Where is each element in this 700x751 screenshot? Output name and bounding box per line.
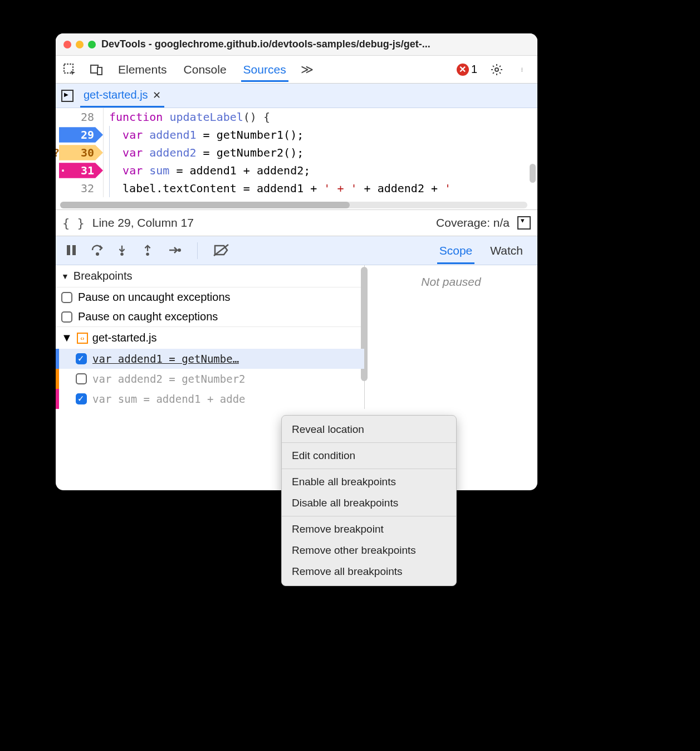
error-count: 1 xyxy=(471,63,477,76)
main-tabs: Elements Console Sources ≫ ✕ 1 xyxy=(56,56,537,84)
window-controls xyxy=(63,41,96,48)
breakpoint-text: var sum = addend1 + adde xyxy=(92,393,246,405)
breakpoint-checkbox[interactable] xyxy=(76,353,87,364)
toolbar-divider xyxy=(197,242,198,259)
pause-icon[interactable] xyxy=(65,243,79,258)
svg-rect-2 xyxy=(97,67,102,75)
svg-point-10 xyxy=(120,252,124,256)
section-title: Breakpoints xyxy=(74,270,133,282)
editor-status-bar: { } Line 29, Column 17 Coverage: n/a xyxy=(56,209,537,236)
menu-separator xyxy=(282,469,456,469)
error-badge[interactable]: ✕ 1 xyxy=(457,63,477,76)
menu-separator xyxy=(282,516,456,516)
menu-remove-all[interactable]: Remove all breakpoints xyxy=(282,561,456,582)
kebab-menu-icon[interactable] xyxy=(516,62,531,77)
tab-elements[interactable]: Elements xyxy=(116,57,169,82)
error-icon: ✕ xyxy=(457,64,469,76)
window-title: DevTools - googlechrome.github.io/devtoo… xyxy=(101,38,530,50)
file-tab-label: get-started.js xyxy=(84,89,148,101)
coverage-status: Coverage: n/a xyxy=(436,216,510,230)
menu-enable-all[interactable]: Enable all breakpoints xyxy=(282,471,456,492)
breakpoint-text: var addend2 = getNumber2 xyxy=(92,373,246,385)
collapse-arrow-icon: ▼ xyxy=(61,331,72,344)
pretty-print-icon[interactable]: { } xyxy=(62,216,85,230)
titlebar: DevTools - googlechrome.github.io/devtoo… xyxy=(56,33,537,56)
debugger-toolbar: Scope Watch xyxy=(56,236,537,265)
scrollbar-thumb[interactable] xyxy=(60,202,350,208)
logpoint-marker-line-31[interactable]: ··31 xyxy=(56,162,103,179)
svg-point-3 xyxy=(495,68,498,71)
pause-caught-row[interactable]: Pause on caught exceptions xyxy=(56,307,364,326)
line-number[interactable]: 32 xyxy=(56,179,103,197)
inspect-element-icon[interactable] xyxy=(62,62,77,77)
file-tabs-bar: get-started.js ✕ xyxy=(56,84,537,108)
scope-pane: Not paused xyxy=(365,265,537,409)
breakpoint-checkbox[interactable] xyxy=(76,393,87,404)
breakpoint-marker-line-29[interactable]: 29 xyxy=(56,126,103,144)
breakpoint-file-group[interactable]: ▼ ‹› get-started.js xyxy=(56,326,364,349)
checkbox-uncaught[interactable] xyxy=(61,292,72,303)
svg-point-6 xyxy=(522,71,522,71)
breakpoints-pane: ▼ Breakpoints Pause on uncaught exceptio… xyxy=(56,265,365,409)
tab-console[interactable]: Console xyxy=(182,57,229,82)
more-tabs-icon[interactable]: ≫ xyxy=(301,62,314,77)
breakpoint-item[interactable]: var addend2 = getNumber2 xyxy=(56,369,364,389)
svg-point-5 xyxy=(522,69,522,70)
menu-remove-other[interactable]: Remove other breakpoints xyxy=(282,540,456,561)
menu-separator xyxy=(282,442,456,443)
close-tab-icon[interactable]: ✕ xyxy=(153,89,161,101)
code-editor[interactable]: 28 function updateLabel() { 29 var adden… xyxy=(56,108,537,209)
bottom-panels: ▼ Breakpoints Pause on uncaught exceptio… xyxy=(56,265,537,409)
breakpoint-item[interactable]: var sum = addend1 + adde xyxy=(56,389,364,409)
collapse-arrow-icon: ▼ xyxy=(61,272,69,281)
svg-point-11 xyxy=(146,252,149,256)
step-into-icon[interactable] xyxy=(116,243,130,258)
close-window-icon[interactable] xyxy=(63,41,71,48)
svg-point-9 xyxy=(96,252,99,256)
menu-remove-breakpoint[interactable]: Remove breakpoint xyxy=(282,519,456,540)
breakpoint-checkbox[interactable] xyxy=(76,373,87,384)
navigator-toggle-icon[interactable] xyxy=(61,90,74,102)
svg-rect-7 xyxy=(67,245,70,255)
step-over-icon[interactable] xyxy=(90,243,105,258)
settings-icon[interactable] xyxy=(489,62,504,77)
deactivate-breakpoints-icon[interactable] xyxy=(213,243,228,258)
menu-edit-condition[interactable]: Edit condition xyxy=(282,445,456,466)
breakpoint-text: var addend1 = getNumbe… xyxy=(92,353,239,365)
line-number[interactable]: 28 xyxy=(56,108,103,126)
pause-uncaught-row[interactable]: Pause on uncaught exceptions xyxy=(56,287,364,307)
collapse-panel-icon[interactable] xyxy=(517,216,531,230)
checkbox-caught[interactable] xyxy=(61,311,72,323)
menu-reveal-location[interactable]: Reveal location xyxy=(282,419,456,440)
not-paused-label: Not paused xyxy=(365,265,537,299)
file-tab[interactable]: get-started.js ✕ xyxy=(80,84,164,108)
svg-point-12 xyxy=(178,248,181,252)
breakpoints-section-header[interactable]: ▼ Breakpoints xyxy=(56,265,364,287)
tab-watch[interactable]: Watch xyxy=(488,237,525,264)
menu-disable-all[interactable]: Disable all breakpoints xyxy=(282,492,456,514)
minimize-window-icon[interactable] xyxy=(76,41,84,48)
context-menu: Reveal location Edit condition Enable al… xyxy=(281,415,457,586)
step-out-icon[interactable] xyxy=(141,243,156,258)
conditional-breakpoint-marker-line-30[interactable]: ?30 xyxy=(56,144,103,162)
vertical-scrollbar-thumb[interactable] xyxy=(530,164,536,183)
tab-sources[interactable]: Sources xyxy=(241,57,288,82)
maximize-window-icon[interactable] xyxy=(88,41,96,48)
device-toggle-icon[interactable] xyxy=(89,62,104,77)
breakpoint-item[interactable]: var addend1 = getNumbe… xyxy=(56,349,364,369)
tab-scope[interactable]: Scope xyxy=(437,237,475,264)
cursor-position: Line 29, Column 17 xyxy=(92,216,428,230)
svg-point-4 xyxy=(522,67,522,68)
checkbox-label: Pause on caught exceptions xyxy=(78,310,218,323)
js-file-icon: ‹› xyxy=(77,333,88,344)
checkbox-label: Pause on uncaught exceptions xyxy=(78,291,231,304)
horizontal-scrollbar[interactable] xyxy=(60,202,527,208)
step-icon[interactable] xyxy=(167,243,182,258)
file-name: get-started.js xyxy=(92,331,157,344)
svg-rect-8 xyxy=(72,245,76,255)
